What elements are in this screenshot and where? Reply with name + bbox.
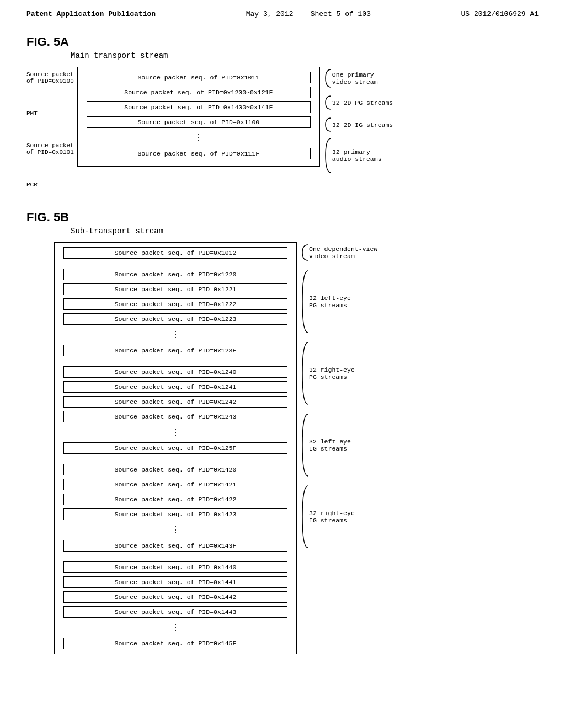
fig-5a-title: Main transport stream [71, 51, 539, 60]
fig-5b-title: Sub-transport stream [71, 227, 539, 235]
row-group-pg: Source packet seq. of PID=0x1200~0x121F [82, 87, 315, 98]
label-left-ig: 32 left-eyeIG streams [309, 438, 351, 452]
fig-5b-diagram: Source packet seq. of PID=0x1012 Source … [26, 242, 539, 654]
row-group-dep-video: Source packet seq. of PID=0x1012 [59, 247, 292, 259]
stream-row-1440: Source packet seq. of PID=0x1440 [63, 561, 287, 573]
fig-5b-section: FIG. 5B Sub-transport stream Source pack… [26, 210, 539, 654]
stream-row-1443: Source packet seq. of PID=0x1443 [63, 606, 287, 618]
row-group-audio: Source packet seq. of PID=0x1100 ⋮ Sourc… [82, 116, 315, 159]
label-audio-streams: 32 primaryaudio streams [332, 148, 382, 163]
row-group-left-pg: Source packet seq. of PID=0x1220 Source … [59, 269, 292, 356]
fig-5b-main-box: Source packet seq. of PID=0x1012 Source … [54, 242, 297, 654]
brace-pg-icon [324, 95, 332, 110]
patent-number: US 2012/0106929 A1 [461, 10, 539, 18]
stream-row-143f: Source packet seq. of PID=0x143F [63, 540, 287, 552]
label-right-pg: 32 right-eyePG streams [309, 366, 355, 381]
fig-5a-right-labels: One primaryvideo stream 32 2D PG streams… [324, 67, 393, 175]
stream-row-1011: Source packet seq. of PID=0x1011 [87, 72, 311, 83]
stream-row-1420: Source packet seq. of PID=0x1420 [63, 464, 287, 475]
stream-row-1221: Source packet seq. of PID=0x1221 [63, 283, 287, 295]
label-dep-video: One dependent-viewvideo stream [309, 245, 377, 260]
right-label-audio-streams: 32 primaryaudio streams [324, 136, 393, 175]
stream-row-125f: Source packet seq. of PID=0x125F [63, 442, 287, 454]
brace-video-icon [324, 68, 332, 88]
stream-row-1100: Source packet seq. of PID=0x1100 [87, 116, 311, 128]
fig-5b-right-labels: One dependent-viewvideo stream 32 left-e… [301, 242, 377, 550]
right-label-left-pg: 32 left-eyePG streams [301, 269, 377, 335]
right-label-right-pg: 32 right-eyePG streams [301, 340, 377, 406]
stream-row-123f: Source packet seq. of PID=0x123F [63, 345, 287, 356]
label-primary-video: One primaryvideo stream [332, 71, 378, 85]
stream-row-1220: Source packet seq. of PID=0x1220 [63, 269, 287, 280]
stream-row-1242: Source packet seq. of PID=0x1242 [63, 396, 287, 408]
right-label-dep-video: One dependent-viewvideo stream [301, 242, 377, 263]
left-label-pmt: PMT [26, 110, 74, 117]
brace-dep-video-icon [301, 244, 309, 261]
fig-5a-main-box: Source packet seq. of PID=0x1011 Source … [77, 67, 320, 167]
label-pg-streams: 32 2D PG streams [332, 99, 393, 106]
dots-left-ig: ⋮ [59, 523, 292, 537]
label-right-ig: 32 right-eyeIG streams [309, 510, 355, 524]
row-group-right-ig: Source packet seq. of PID=0x1440 Source … [59, 561, 292, 649]
row-group-left-ig: Source packet seq. of PID=0x1420 Source … [59, 464, 292, 552]
label-left-pg: 32 left-eyePG streams [309, 295, 351, 309]
brace-left-ig-icon [301, 413, 309, 477]
dots-audio: ⋮ [82, 131, 315, 144]
stream-row-1400: Source packet seq. of PID=0x1400~0x141F [87, 101, 311, 113]
left-label-source-0100: Source packetof PID=0x0100 [26, 71, 74, 84]
brace-ig-icon [324, 117, 332, 132]
stream-row-1223: Source packet seq. of PID=0x1223 [63, 313, 287, 325]
stream-row-145f: Source packet seq. of PID=0x145F [63, 638, 287, 649]
row-group-ig: Source packet seq. of PID=0x1400~0x141F [82, 101, 315, 113]
stream-row-1442: Source packet seq. of PID=0x1442 [63, 591, 287, 603]
fig-5a-diagram: Source packetof PID=0x0100 PMT Source pa… [26, 67, 539, 188]
row-group-right-pg: Source packet seq. of PID=0x1240 Source … [59, 366, 292, 454]
stream-row-1200: Source packet seq. of PID=0x1200~0x121F [87, 87, 311, 98]
brace-right-ig-icon [301, 485, 309, 549]
stream-row-1423: Source packet seq. of PID=0x1423 [63, 508, 287, 520]
stream-row-1012: Source packet seq. of PID=0x1012 [63, 247, 287, 259]
row-group-video: Source packet seq. of PID=0x1011 [82, 72, 315, 83]
page-content: FIG. 5A Main transport stream Source pac… [0, 24, 565, 687]
right-label-ig-streams: 32 2D IG streams [324, 115, 393, 134]
fig-5a-section: FIG. 5A Main transport stream Source pac… [26, 35, 539, 188]
brace-audio-icon [324, 137, 332, 174]
stream-row-1421: Source packet seq. of PID=0x1421 [63, 479, 287, 490]
left-label-source-0101: Source packetof PID=0x0101 [26, 142, 74, 156]
left-label-pcr: PCR [26, 181, 74, 188]
dots-left-pg: ⋮ [59, 328, 292, 341]
page-header: Patent Application Publication May 3, 20… [0, 0, 565, 24]
right-label-primary-video: One primaryvideo stream [324, 67, 393, 90]
brace-left-pg-icon [301, 270, 309, 334]
date-sheet: May 3, 2012 Sheet 5 of 103 [246, 10, 371, 18]
right-label-pg-streams: 32 2D PG streams [324, 93, 393, 112]
publication-title: Patent Application Publication [26, 10, 156, 18]
dots-right-ig: ⋮ [59, 621, 292, 634]
stream-row-1441: Source packet seq. of PID=0x1441 [63, 576, 287, 588]
stream-row-1422: Source packet seq. of PID=0x1422 [63, 494, 287, 505]
fig-5b-label: FIG. 5B [26, 210, 539, 224]
dots-right-pg: ⋮ [59, 426, 292, 439]
fig-5a-label: FIG. 5A [26, 35, 539, 49]
right-label-right-ig: 32 right-eyeIG streams [301, 484, 377, 550]
fig-5a-left-labels: Source packetof PID=0x0100 PMT Source pa… [26, 67, 74, 188]
stream-row-1222: Source packet seq. of PID=0x1222 [63, 298, 287, 310]
stream-row-1241: Source packet seq. of PID=0x1241 [63, 381, 287, 393]
label-ig-streams: 32 2D IG streams [332, 121, 393, 129]
right-label-left-ig: 32 left-eyeIG streams [301, 412, 377, 478]
stream-row-111f: Source packet seq. of PID=0x111F [87, 148, 311, 159]
brace-right-pg-icon [301, 341, 309, 405]
stream-row-1240: Source packet seq. of PID=0x1240 [63, 366, 287, 378]
stream-row-1243: Source packet seq. of PID=0x1243 [63, 411, 287, 422]
